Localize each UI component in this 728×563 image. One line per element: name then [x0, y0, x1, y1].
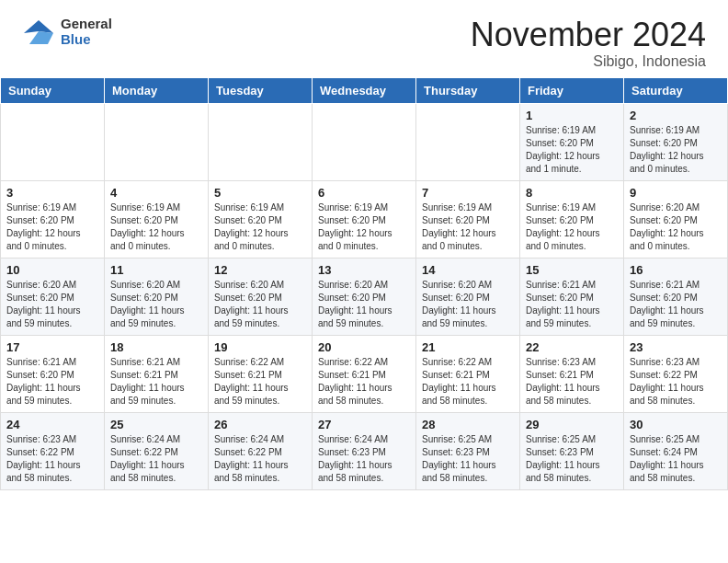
weekday-header-thursday: Thursday — [416, 77, 520, 103]
calendar-cell: 24Sunrise: 6:23 AM Sunset: 6:22 PM Dayli… — [1, 412, 105, 489]
calendar-cell: 12Sunrise: 6:20 AM Sunset: 6:20 PM Dayli… — [209, 258, 313, 335]
day-number: 24 — [6, 418, 98, 431]
day-number: 4 — [110, 186, 202, 200]
calendar-cell: 15Sunrise: 6:21 AM Sunset: 6:20 PM Dayli… — [520, 258, 624, 335]
calendar-cell: 26Sunrise: 6:24 AM Sunset: 6:22 PM Dayli… — [209, 412, 313, 489]
day-info: Sunrise: 6:19 AM Sunset: 6:20 PM Dayligh… — [422, 201, 514, 253]
calendar-cell: 28Sunrise: 6:25 AM Sunset: 6:23 PM Dayli… — [416, 412, 520, 489]
day-number: 25 — [110, 418, 202, 431]
day-info: Sunrise: 6:20 AM Sunset: 6:20 PM Dayligh… — [630, 201, 722, 253]
day-number: 7 — [422, 186, 514, 200]
day-number: 30 — [630, 418, 722, 431]
calendar-cell: 16Sunrise: 6:21 AM Sunset: 6:20 PM Dayli… — [624, 258, 728, 335]
day-number: 29 — [526, 418, 618, 431]
calendar-cell — [209, 103, 313, 180]
calendar-cell: 11Sunrise: 6:20 AM Sunset: 6:20 PM Dayli… — [105, 258, 209, 335]
day-info: Sunrise: 6:19 AM Sunset: 6:20 PM Dayligh… — [318, 201, 410, 253]
calendar-cell — [105, 103, 209, 180]
calendar-cell — [313, 103, 416, 180]
day-number: 5 — [214, 186, 306, 200]
day-number: 3 — [6, 186, 98, 200]
day-info: Sunrise: 6:20 AM Sunset: 6:20 PM Dayligh… — [318, 279, 410, 330]
day-info: Sunrise: 6:20 AM Sunset: 6:20 PM Dayligh… — [422, 279, 514, 330]
calendar-cell: 9Sunrise: 6:20 AM Sunset: 6:20 PM Daylig… — [624, 180, 728, 258]
day-info: Sunrise: 6:20 AM Sunset: 6:20 PM Dayligh… — [110, 279, 202, 330]
calendar-cell: 22Sunrise: 6:23 AM Sunset: 6:21 PM Dayli… — [520, 335, 624, 412]
calendar-cell: 20Sunrise: 6:22 AM Sunset: 6:21 PM Dayli… — [313, 335, 416, 412]
day-number: 16 — [630, 263, 722, 277]
calendar-week-row: 3Sunrise: 6:19 AM Sunset: 6:20 PM Daylig… — [1, 180, 728, 258]
day-info: Sunrise: 6:19 AM Sunset: 6:20 PM Dayligh… — [526, 124, 618, 176]
day-info: Sunrise: 6:21 AM Sunset: 6:20 PM Dayligh… — [6, 356, 98, 408]
day-info: Sunrise: 6:25 AM Sunset: 6:23 PM Dayligh… — [526, 433, 618, 485]
svg-marker-1 — [29, 31, 53, 44]
day-number: 17 — [6, 340, 98, 354]
calendar-cell: 8Sunrise: 6:19 AM Sunset: 6:20 PM Daylig… — [520, 180, 624, 258]
weekday-header-friday: Friday — [520, 77, 624, 103]
calendar-cell: 21Sunrise: 6:22 AM Sunset: 6:21 PM Dayli… — [416, 335, 520, 412]
calendar-cell: 19Sunrise: 6:22 AM Sunset: 6:21 PM Dayli… — [209, 335, 313, 412]
calendar-cell: 13Sunrise: 6:20 AM Sunset: 6:20 PM Dayli… — [313, 258, 416, 335]
day-info: Sunrise: 6:20 AM Sunset: 6:20 PM Dayligh… — [214, 279, 306, 330]
day-number: 28 — [422, 418, 514, 431]
weekday-header-sunday: Sunday — [1, 77, 105, 103]
day-number: 27 — [318, 418, 410, 431]
weekday-header-row: SundayMondayTuesdayWednesdayThursdayFrid… — [1, 77, 728, 103]
day-info: Sunrise: 6:23 AM Sunset: 6:22 PM Dayligh… — [630, 356, 722, 408]
day-number: 10 — [6, 263, 98, 277]
day-number: 8 — [526, 186, 618, 200]
day-info: Sunrise: 6:19 AM Sunset: 6:20 PM Dayligh… — [110, 201, 202, 253]
day-number: 12 — [214, 263, 306, 277]
day-info: Sunrise: 6:24 AM Sunset: 6:22 PM Dayligh… — [110, 433, 202, 485]
day-info: Sunrise: 6:19 AM Sunset: 6:20 PM Dayligh… — [6, 201, 98, 253]
title-block: November 2024 Sibigo, Indonesia — [471, 17, 706, 70]
day-number: 14 — [422, 263, 514, 277]
calendar-cell: 3Sunrise: 6:19 AM Sunset: 6:20 PM Daylig… — [1, 180, 105, 258]
day-info: Sunrise: 6:22 AM Sunset: 6:21 PM Dayligh… — [318, 356, 410, 408]
calendar-cell: 18Sunrise: 6:21 AM Sunset: 6:21 PM Dayli… — [105, 335, 209, 412]
calendar-cell: 23Sunrise: 6:23 AM Sunset: 6:22 PM Dayli… — [624, 335, 728, 412]
day-info: Sunrise: 6:21 AM Sunset: 6:20 PM Dayligh… — [526, 279, 618, 330]
weekday-header-saturday: Saturday — [624, 77, 728, 103]
day-info: Sunrise: 6:24 AM Sunset: 6:22 PM Dayligh… — [214, 433, 306, 485]
svg-marker-0 — [24, 20, 53, 33]
day-number: 2 — [630, 109, 722, 122]
logo-text: General Blue — [61, 17, 112, 47]
calendar-cell — [1, 103, 105, 180]
day-number: 1 — [526, 109, 618, 122]
calendar-cell: 1Sunrise: 6:19 AM Sunset: 6:20 PM Daylig… — [520, 103, 624, 180]
day-number: 22 — [526, 340, 618, 354]
weekday-header-tuesday: Tuesday — [209, 77, 313, 103]
calendar-cell: 2Sunrise: 6:19 AM Sunset: 6:20 PM Daylig… — [624, 103, 728, 180]
day-info: Sunrise: 6:24 AM Sunset: 6:23 PM Dayligh… — [318, 433, 410, 485]
calendar-cell: 7Sunrise: 6:19 AM Sunset: 6:20 PM Daylig… — [416, 180, 520, 258]
calendar-cell: 6Sunrise: 6:19 AM Sunset: 6:20 PM Daylig… — [313, 180, 416, 258]
day-number: 21 — [422, 340, 514, 354]
day-info: Sunrise: 6:19 AM Sunset: 6:20 PM Dayligh… — [630, 124, 722, 176]
calendar-cell: 30Sunrise: 6:25 AM Sunset: 6:24 PM Dayli… — [624, 412, 728, 489]
day-number: 11 — [110, 263, 202, 277]
location-label: Sibigo, Indonesia — [471, 53, 706, 70]
calendar-week-row: 17Sunrise: 6:21 AM Sunset: 6:20 PM Dayli… — [1, 335, 728, 412]
calendar-cell: 4Sunrise: 6:19 AM Sunset: 6:20 PM Daylig… — [105, 180, 209, 258]
day-number: 13 — [318, 263, 410, 277]
day-number: 6 — [318, 186, 410, 200]
calendar-week-row: 24Sunrise: 6:23 AM Sunset: 6:22 PM Dayli… — [1, 412, 728, 489]
logo-blue-label: Blue — [61, 32, 112, 48]
day-info: Sunrise: 6:19 AM Sunset: 6:20 PM Dayligh… — [526, 201, 618, 253]
day-info: Sunrise: 6:25 AM Sunset: 6:23 PM Dayligh… — [422, 433, 514, 485]
day-number: 9 — [630, 186, 722, 200]
day-info: Sunrise: 6:25 AM Sunset: 6:24 PM Dayligh… — [630, 433, 722, 485]
day-info: Sunrise: 6:22 AM Sunset: 6:21 PM Dayligh… — [422, 356, 514, 408]
day-number: 23 — [630, 340, 722, 354]
day-info: Sunrise: 6:19 AM Sunset: 6:20 PM Dayligh… — [214, 201, 306, 253]
calendar-cell: 14Sunrise: 6:20 AM Sunset: 6:20 PM Dayli… — [416, 258, 520, 335]
month-title: November 2024 — [471, 17, 706, 53]
day-info: Sunrise: 6:20 AM Sunset: 6:20 PM Dayligh… — [6, 279, 98, 330]
calendar-cell: 25Sunrise: 6:24 AM Sunset: 6:22 PM Dayli… — [105, 412, 209, 489]
day-info: Sunrise: 6:22 AM Sunset: 6:21 PM Dayligh… — [214, 356, 306, 408]
weekday-header-monday: Monday — [105, 77, 209, 103]
day-number: 18 — [110, 340, 202, 354]
logo-general-label: General — [61, 17, 112, 32]
calendar-cell: 29Sunrise: 6:25 AM Sunset: 6:23 PM Dayli… — [520, 412, 624, 489]
